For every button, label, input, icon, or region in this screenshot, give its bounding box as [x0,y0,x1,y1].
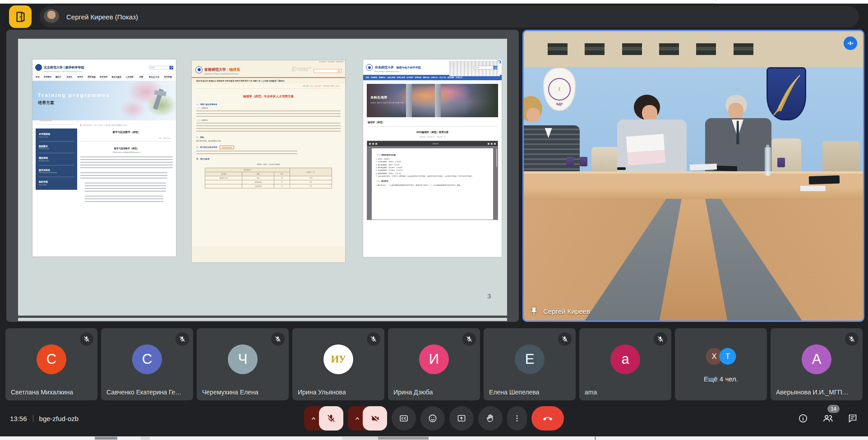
person-3-face [728,103,743,119]
p2-credits-table: 学分数/学分占总学分（%）课程模块属性学分通识教育课程必修3217.8限定性选修… [205,168,332,188]
p1-sidebar-item[interactable]: 教材建设Schemes an Title [39,142,74,154]
mic-off-badge [367,332,380,346]
audio-activity-indicator [844,37,857,50]
p1-sidebar-item[interactable]: 本学期课程Current courses [39,129,74,142]
raise-hand-button[interactable] [478,406,503,431]
pdf-print-icon[interactable] [491,143,493,145]
participant-name: Черемухина Елена [202,389,283,396]
pdf-fullscreen-icon[interactable] [488,143,489,145]
pdf-scrollbar[interactable] [496,149,498,167]
divider [33,415,33,422]
stage: 北京师范大学 | 数学科学学院 Beijing Normal Universit… [6,30,864,322]
p1-search-input[interactable] [149,66,170,69]
people-icon [822,412,834,424]
people-panel-button[interactable]: 14 [822,412,834,424]
mic-off-badge [654,332,667,346]
participant-avatar: С [132,344,162,374]
captions-button[interactable] [392,406,416,431]
pdf-page-up-icon[interactable] [375,143,377,145]
reactions-button[interactable] [420,406,445,431]
participant-tile[interactable]: С Светлана Михалкина [5,328,97,400]
webpage-cnu-physics: 首都师范大学物理系 Department of Physics, Capital… [192,60,345,262]
chat-panel-button[interactable] [847,413,858,424]
p1-nav-item[interactable]: 研究生Graduate [78,76,83,79]
quill-icon [768,69,805,119]
camera-off-button[interactable] [363,406,387,431]
p2-search-box[interactable] [314,69,342,73]
search-icon [338,70,340,72]
participant-tile[interactable]: Е Елена Шепелева [484,328,576,400]
browser-omnibox-edge [52,0,716,4]
pdf-find-icon[interactable] [372,143,374,145]
pdf-zoom-controls[interactable]: － ＋ 自动缩放 [426,143,439,145]
p2-nav[interactable]: 首页 院系介绍 师资队伍 科学研究 本科生教育 研究生培养 学生工作 党建工作 … [192,78,345,84]
pdf-download-icon[interactable] [494,143,496,145]
p1-nav-item[interactable]: 校友会/工会Alumni&Staff Home [149,76,159,79]
presenter-banner[interactable]: Сергей Киреев (Показ) [40,6,859,28]
p2-section: 二、学制 [196,136,341,138]
participant-tile[interactable]: Ч Черемухина Елена [197,328,289,400]
p1-subtitle: Beijing Normal University · School of Ma… [44,71,84,73]
p2-section-sub: （二）培养要求 [196,119,341,121]
overflow-tile[interactable]: ХТЕщё 4 чел. [675,328,767,400]
p1-nav-item[interactable]: 重点实验室Key Laboratory [111,76,121,79]
panel-controls: 14 [798,400,858,436]
p2-table-header-right: 占总学分（%） [290,168,332,176]
p1-sidebar-item[interactable]: 励耘学院Lyun College [39,177,74,189]
speaker-video-tile[interactable]: ℓБДУ [522,30,864,322]
p1-nav-item[interactable]: 相关机构Related Institutes [163,76,173,79]
p2-title: 首都师范大学物理系 [204,68,240,72]
ecnu-logo [366,64,373,71]
p2-table-col: 课程模块 [205,172,242,176]
meet-home-button[interactable] [9,5,32,28]
mic-mute-button[interactable] [319,406,343,431]
p1-nav: 首页Home学院概况Overview教职工People本科生Undergradu… [32,74,176,81]
p2-table-col: 学分 [274,172,290,176]
mic-off-icon [848,335,855,343]
meeting-details-button[interactable] [798,413,808,424]
participant-name: Ирина Дзюба [393,389,475,396]
p1-nav-item[interactable]: 师范资源PST Resources [88,76,96,79]
pdf-page-area: （一）课程体系学分设置1. 总学分：146学分2. 公共必修课程：37学分，占2… [367,146,498,220]
speaker-name: Сергей Киреев [543,307,590,315]
participant-count-badge: 14 [827,405,840,413]
leave-call-button[interactable] [531,406,564,431]
p3-pdf-viewer[interactable]: － ＋ 自动缩放 （一）课程体系学分设置1. 总学分：146学分2. 公共必修课… [367,141,498,220]
p1-article-subheading: ( Mathematics and Applied Mathematics ) [80,151,173,153]
room-vent [548,43,568,55]
participant-tile[interactable]: С Савченко Екатерина Ге… [101,328,193,400]
participant-tile[interactable]: ИУ Ирина Ульянова [292,328,384,400]
participant-tile[interactable]: И Ирина Дзюба [388,328,480,400]
screen-share-tile[interactable]: 北京师范大学 | 数学科学学院 Beijing Normal Universit… [6,30,519,322]
p1-nav-item[interactable]: 学院概况Overview [44,76,52,79]
p1-nav-item[interactable]: 教职工People [55,76,61,79]
p1-nav-item[interactable]: 人才招聘Employment [125,76,134,79]
cup [580,157,587,166]
p3-search-button[interactable] [494,66,497,69]
participant-name: Савченко Екатерина Ге… [106,389,188,396]
pdf-sidebar-icon[interactable] [369,143,371,145]
p1-sidebar-item[interactable]: 教学成果奖Teaching achievement awards [39,165,74,178]
p1-nav-item[interactable]: 本科生Undergraduate [65,76,74,79]
present-button[interactable] [449,406,474,431]
person-2-face [642,105,657,121]
participant-tile[interactable]: a ama [579,328,671,400]
p1-sidebar-item[interactable]: 精品课程Excellent courses [39,153,74,165]
p1-paragraph-blur [80,156,173,170]
pdf-toolbar[interactable]: － ＋ 自动缩放 [367,141,498,146]
p2-table-title: 物理学（师范）专业学分分配表 [196,164,341,165]
p1-nav-item[interactable]: 首页Home [36,76,40,79]
participant-strip: С Светлана Михалкина С Савченко Екатерин… [5,328,863,400]
search-icon [494,67,497,69]
person-1-face [526,108,540,122]
p1-paragraph-blur [80,172,167,180]
participant-tile[interactable]: А Аверьянова И.И._МГП… [771,328,863,400]
p1-nav-item[interactable]: 科学研究Research [100,76,108,79]
participant-name: ama [585,389,666,396]
more-options-button[interactable] [507,406,527,431]
p1-search-button[interactable] [170,66,173,69]
p1-nav-item[interactable]: 党建Party Building [138,76,145,79]
p2-table-header-group: 学分数/学分 [205,168,290,172]
p3-search-input[interactable] [474,66,494,69]
participant-avatar: a [610,344,640,374]
